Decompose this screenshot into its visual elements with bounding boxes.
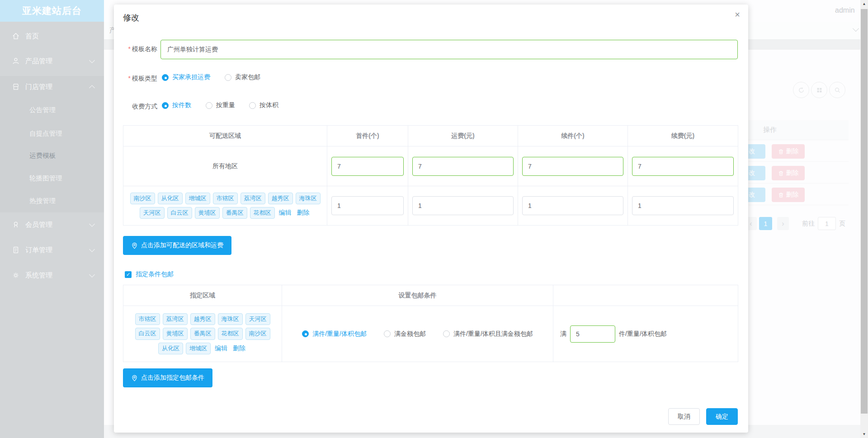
- radio-free-by-amount[interactable]: 满金额包邮: [384, 330, 426, 338]
- radio-by-volume[interactable]: 按体积: [249, 101, 278, 109]
- radio-dot-icon: [384, 330, 391, 337]
- cancel-button[interactable]: 取消: [668, 408, 700, 425]
- additional-piece-input[interactable]: [522, 196, 623, 215]
- radio-buyer-pays[interactable]: 买家承担运费: [162, 73, 210, 81]
- radio-by-weight[interactable]: 按重量: [206, 101, 235, 109]
- district-tag[interactable]: 南沙区: [245, 328, 270, 339]
- add-region-button[interactable]: 点击添加可配送的区域和运费: [123, 236, 231, 255]
- pagination-next-button[interactable]: ›: [777, 217, 789, 230]
- shop-icon: [12, 83, 20, 91]
- close-icon[interactable]: ×: [735, 10, 740, 19]
- radio-free-by-quantity-and-amount[interactable]: 满件/重量/体积且满金额包邮: [443, 330, 533, 338]
- location-pin-icon: [131, 375, 138, 381]
- scroll-down-arrow-icon[interactable]: ▼: [860, 430, 868, 438]
- district-tag[interactable]: 花都区: [250, 207, 275, 219]
- radio-dot-icon: [225, 74, 231, 81]
- district-tag[interactable]: 增城区: [186, 343, 211, 354]
- sidebar-item-products[interactable]: 产品管理: [0, 51, 104, 71]
- district-tag[interactable]: 增城区: [185, 193, 210, 204]
- district-tag[interactable]: 越秀区: [268, 193, 293, 204]
- district-tag[interactable]: 从化区: [158, 343, 183, 354]
- row-delete-button[interactable]: 删除: [772, 144, 805, 159]
- sidebar-subitem-shipping-templates[interactable]: 运费模板: [29, 146, 104, 165]
- region-fee-table: 可配送区域 首件(个) 运费(元) 续件(个) 续费(元) 所有地区 南沙区从化…: [123, 125, 738, 226]
- chevron-down-icon: [89, 246, 95, 252]
- additional-fee-input[interactable]: [632, 157, 734, 176]
- district-tag[interactable]: 市辖区: [135, 313, 160, 325]
- home-icon: [12, 32, 20, 40]
- radio-free-by-quantity[interactable]: 满件/重量/体积包邮: [302, 330, 367, 338]
- district-tag[interactable]: 荔湾区: [241, 193, 265, 204]
- fee-input[interactable]: [412, 196, 514, 215]
- grid-columns-icon-button[interactable]: [811, 82, 827, 98]
- col-header-condition: 设置包邮条件: [282, 285, 553, 306]
- sidebar-item-members[interactable]: 会员管理: [0, 215, 104, 235]
- district-tag[interactable]: 黄埔区: [195, 207, 220, 219]
- pagination-goto-label: 前往: [802, 217, 815, 230]
- radio-dot-icon: [162, 102, 169, 109]
- delete-districts-link[interactable]: 删除: [297, 209, 310, 217]
- sidebar-subitem-announcements[interactable]: 公告管理: [29, 101, 104, 119]
- district-tag[interactable]: 白云区: [135, 328, 160, 339]
- sidebar-item-store[interactable]: 门店管理: [0, 77, 104, 97]
- delete-districts-link[interactable]: 删除: [233, 344, 245, 353]
- row-delete-button[interactable]: 删除: [772, 166, 805, 180]
- additional-piece-input[interactable]: [522, 157, 623, 176]
- radio-seller-free-shipping[interactable]: 卖家包邮: [225, 73, 260, 81]
- district-tag[interactable]: 越秀区: [190, 313, 215, 325]
- confirm-button[interactable]: 确定: [706, 408, 738, 425]
- vertical-scrollbar[interactable]: ▲ ▼: [860, 0, 868, 438]
- district-tag[interactable]: 市辖区: [213, 193, 238, 204]
- radio-dot-icon: [249, 102, 256, 109]
- radio-dot-icon: [206, 102, 212, 109]
- fee-input[interactable]: [412, 157, 514, 176]
- district-tag[interactable]: 海珠区: [218, 313, 243, 325]
- search-icon-button[interactable]: [829, 82, 845, 98]
- district-tag-group: 南沙区从化区增城区市辖区荔湾区越秀区海珠区天河区白云区黄埔区番禺区花都区 编辑 …: [123, 188, 327, 224]
- district-tag[interactable]: 从化区: [158, 193, 183, 204]
- district-tag[interactable]: 番禺区: [190, 328, 215, 339]
- sidebar-item-label: 订单管理: [25, 246, 52, 254]
- sidebar-item-orders[interactable]: 订单管理: [0, 240, 104, 260]
- district-tag[interactable]: 天河区: [245, 313, 270, 325]
- edit-districts-link[interactable]: 编辑: [279, 209, 292, 217]
- row-delete-button[interactable]: 删除: [772, 188, 805, 202]
- district-tag[interactable]: 天河区: [140, 207, 165, 219]
- threshold-input[interactable]: [570, 325, 615, 343]
- district-tag[interactable]: 南沙区: [130, 193, 155, 204]
- chevron-up-icon: [89, 85, 95, 91]
- sidebar-item-home[interactable]: 首页: [0, 26, 104, 46]
- trash-icon: [778, 149, 784, 155]
- table-row: 所有地区: [123, 146, 738, 186]
- admin-username[interactable]: admin: [835, 6, 855, 14]
- district-tag[interactable]: 白云区: [167, 207, 192, 219]
- template-name-input[interactable]: [160, 40, 738, 59]
- pagination-goto-input[interactable]: 1: [818, 217, 836, 230]
- refresh-icon-button[interactable]: [793, 82, 809, 98]
- scrollbar-thumb[interactable]: [861, 9, 868, 414]
- required-asterisk: *: [128, 45, 131, 52]
- pagination-page-1[interactable]: 1: [759, 217, 772, 230]
- district-tag[interactable]: 黄埔区: [163, 328, 188, 339]
- first-piece-input[interactable]: [331, 157, 404, 176]
- additional-fee-input[interactable]: [632, 196, 734, 215]
- district-tag[interactable]: 番禺区: [222, 207, 247, 219]
- district-tag[interactable]: 海珠区: [296, 193, 321, 204]
- free-shipping-condition-table: 指定区域 设置包邮条件 市辖区荔湾区越秀区海珠区天河区白云区黄埔区番禺区花都区南…: [123, 285, 738, 362]
- order-icon: [12, 246, 20, 254]
- required-asterisk: *: [128, 75, 131, 82]
- add-condition-button[interactable]: 点击添加指定包邮条件: [123, 368, 212, 387]
- district-tag[interactable]: 荔湾区: [163, 313, 188, 325]
- sidebar-item-label: 会员管理: [25, 221, 52, 229]
- trash-icon: [778, 192, 784, 198]
- sidebar-subitem-pickup-points[interactable]: 自提点管理: [29, 124, 104, 142]
- scroll-up-arrow-icon[interactable]: ▲: [860, 0, 868, 8]
- sidebar-subitem-carousel[interactable]: 轮播图管理: [29, 169, 104, 187]
- first-piece-input[interactable]: [331, 196, 404, 215]
- radio-by-piece[interactable]: 按件数: [162, 101, 191, 109]
- conditional-free-shipping-checkbox[interactable]: ✓ 指定条件包邮: [125, 270, 174, 278]
- district-tag[interactable]: 花都区: [218, 328, 243, 339]
- edit-districts-link[interactable]: 编辑: [215, 344, 227, 353]
- sidebar-item-system[interactable]: 系统管理: [0, 265, 104, 285]
- sidebar-subitem-hot-search[interactable]: 热搜管理: [29, 192, 104, 210]
